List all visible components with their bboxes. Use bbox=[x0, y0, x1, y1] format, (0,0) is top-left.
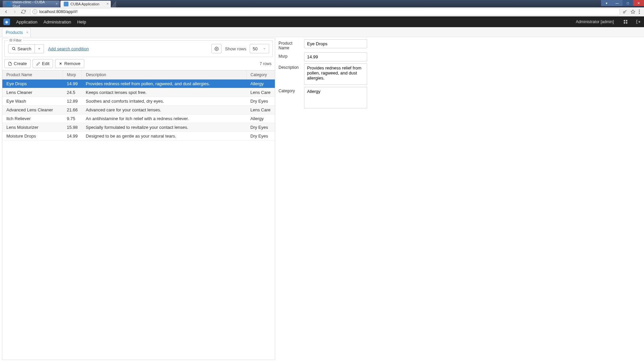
cell-name: Advanced Lens Cleaner bbox=[2, 106, 63, 114]
site-info-icon[interactable]: i bbox=[33, 9, 37, 14]
svg-point-2 bbox=[639, 10, 640, 11]
user-label: Administrator [admin] bbox=[576, 19, 614, 24]
cell-cat: Dry Eyes bbox=[246, 123, 275, 132]
field-msrp[interactable] bbox=[304, 52, 367, 61]
cell-cat: Lens Care bbox=[246, 106, 275, 114]
svg-point-3 bbox=[639, 11, 640, 12]
menu-help[interactable]: Help bbox=[77, 19, 86, 24]
window-controls: ▾ — □ ✕ bbox=[601, 0, 644, 6]
table-row[interactable]: Eye Wash12.89Soothes and comforts irrita… bbox=[2, 97, 275, 106]
browser-tab-active[interactable]: CUBA Application × bbox=[60, 1, 111, 7]
table-row[interactable]: Itch Reliever9.75An antihistamine for it… bbox=[2, 114, 275, 123]
cell-desc: An antihistamine for itch relief with a … bbox=[82, 114, 246, 123]
remove-button[interactable]: Remove bbox=[55, 59, 84, 68]
cell-cat: Allergy bbox=[246, 114, 275, 123]
favicon-icon bbox=[64, 2, 68, 6]
table-row[interactable]: Eye Drops14.99Provides redness relief fr… bbox=[2, 80, 275, 88]
column-msrp[interactable]: Msrp bbox=[63, 70, 82, 80]
cell-msrp: 9.75 bbox=[63, 114, 82, 123]
cell-desc: Designed to be as gentle as your natural… bbox=[82, 132, 246, 141]
gear-icon bbox=[214, 47, 219, 51]
cell-desc: Provides redness relief from pollen, rag… bbox=[82, 80, 246, 88]
table-row[interactable]: Advanced Lens Cleaner21.66Advanced care … bbox=[2, 106, 275, 114]
field-description[interactable] bbox=[304, 63, 367, 85]
add-search-condition-link[interactable]: Add search condition bbox=[48, 46, 89, 51]
favicon-icon bbox=[6, 2, 10, 6]
create-button[interactable]: Create bbox=[4, 59, 31, 68]
screen-tabs: Products × bbox=[0, 27, 644, 37]
label-product-name: Product Name bbox=[279, 39, 304, 50]
field-category[interactable] bbox=[304, 87, 367, 108]
filter-box: ⊟ Filter Search Add search condition bbox=[4, 40, 273, 57]
forward-icon[interactable] bbox=[11, 8, 19, 16]
cell-desc: Soothes and comforts irritated, dry eyes… bbox=[82, 97, 246, 106]
table-row[interactable]: Moisture Drops14.99Designed to be as gen… bbox=[2, 132, 275, 141]
back-icon[interactable] bbox=[2, 8, 10, 16]
cell-name: Lens Cleaner bbox=[2, 88, 63, 97]
search-dropdown-button[interactable] bbox=[35, 44, 44, 53]
menu-administration[interactable]: Administration bbox=[44, 19, 71, 24]
cell-desc: Advanced care for your contact lenses. bbox=[82, 106, 246, 114]
url-input[interactable]: i localhost:8080/app/#! bbox=[30, 8, 620, 15]
key-icon[interactable] bbox=[623, 9, 627, 14]
window-minimize-button[interactable]: — bbox=[612, 0, 623, 6]
file-plus-icon bbox=[8, 62, 12, 66]
window-close-button[interactable]: ✕ bbox=[633, 0, 644, 6]
svg-point-10 bbox=[216, 48, 217, 49]
cell-msrp: 12.89 bbox=[63, 97, 82, 106]
svg-marker-1 bbox=[631, 10, 635, 13]
tab-title: CUBA Application bbox=[70, 2, 99, 6]
cell-msrp: 14.99 bbox=[63, 132, 82, 141]
app-logo-icon[interactable]: ◉ bbox=[3, 18, 10, 25]
browser-tabstrip: vision-clinic - CUBA Stud × CUBA Applica… bbox=[0, 0, 644, 7]
cell-name: Lens Moisturizer bbox=[2, 123, 63, 132]
field-product-name[interactable] bbox=[304, 39, 367, 48]
chevron-down-icon bbox=[263, 47, 266, 50]
collapse-icon[interactable]: ⊟ bbox=[9, 38, 12, 42]
products-table: Product Name Msrp Description Category E… bbox=[2, 70, 275, 360]
grid-icon[interactable] bbox=[623, 19, 628, 24]
browser-address-bar: i localhost:8080/app/#! bbox=[0, 7, 644, 16]
app-menubar: ◉ Application Administration Help Admini… bbox=[0, 16, 644, 27]
close-icon[interactable]: × bbox=[107, 2, 109, 6]
label-msrp: Msrp bbox=[279, 52, 304, 59]
cell-cat: Dry Eyes bbox=[246, 97, 275, 106]
table-row[interactable]: Lens Moisturizer15.98Specially formulate… bbox=[2, 123, 275, 132]
tab-label: Products bbox=[6, 30, 23, 35]
window-aux-button[interactable]: ▾ bbox=[601, 0, 612, 6]
cell-desc: Specially formulated to revitalize your … bbox=[82, 123, 246, 132]
new-tab-button[interactable] bbox=[111, 1, 116, 7]
table-header-row: Product Name Msrp Description Category bbox=[2, 70, 275, 80]
column-category[interactable]: Category bbox=[246, 70, 275, 80]
svg-point-9 bbox=[12, 47, 15, 50]
star-icon[interactable] bbox=[631, 9, 635, 14]
edit-button[interactable]: Edit bbox=[33, 59, 53, 68]
filter-settings-button[interactable] bbox=[211, 44, 221, 53]
column-description[interactable]: Description bbox=[82, 70, 246, 80]
svg-point-4 bbox=[639, 13, 640, 14]
cell-msrp: 15.98 bbox=[63, 123, 82, 132]
logout-icon[interactable] bbox=[636, 19, 641, 24]
close-icon[interactable]: × bbox=[56, 2, 58, 6]
svg-point-0 bbox=[623, 11, 625, 13]
x-icon bbox=[59, 62, 62, 65]
detail-form: Product Name Msrp Description Category bbox=[277, 37, 644, 362]
show-rows-select[interactable]: 50 bbox=[250, 44, 269, 53]
tab-products[interactable]: Products × bbox=[2, 28, 31, 37]
svg-rect-8 bbox=[626, 22, 627, 23]
tab-title: vision-clinic - CUBA Stud bbox=[12, 0, 50, 8]
cell-cat: Lens Care bbox=[246, 88, 275, 97]
close-icon[interactable]: × bbox=[26, 30, 28, 34]
column-product-name[interactable]: Product Name bbox=[2, 70, 63, 80]
search-button[interactable]: Search bbox=[8, 44, 35, 53]
menu-icon[interactable] bbox=[639, 9, 640, 14]
window-maximize-button[interactable]: □ bbox=[623, 0, 633, 6]
table-toolbar: Create Edit Remove 7 rows bbox=[2, 59, 275, 70]
menu-application[interactable]: Application bbox=[16, 19, 38, 24]
filter-legend[interactable]: ⊟ Filter bbox=[8, 38, 23, 42]
svg-rect-7 bbox=[624, 22, 625, 23]
cell-name: Itch Reliever bbox=[2, 114, 63, 123]
browser-tab-inactive[interactable]: vision-clinic - CUBA Stud × bbox=[3, 1, 60, 7]
reload-icon[interactable] bbox=[19, 8, 28, 16]
table-row[interactable]: Lens Cleaner24.5Keeps contact lenses spo… bbox=[2, 88, 275, 97]
